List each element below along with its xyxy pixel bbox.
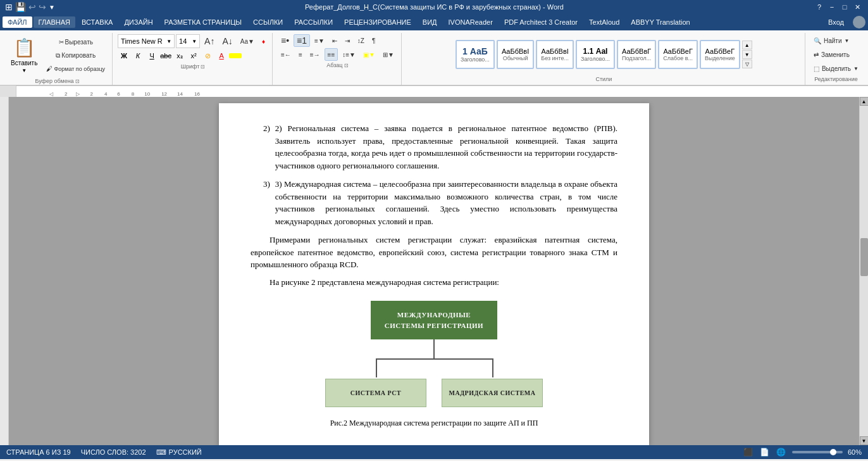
show-marks-button[interactable]: ¶	[369, 34, 378, 47]
scrollbar-up-button[interactable]: ▲	[860, 97, 869, 106]
font-name-value: Times New R	[121, 37, 163, 45]
menu-item-login[interactable]: Вход	[823, 16, 849, 28]
font-color-button[interactable]: А	[215, 49, 228, 62]
scrollbar-track[interactable]	[860, 106, 868, 436]
style-emphasis[interactable]: АаБбВеГ Выделение	[700, 40, 740, 69]
strikethrough-button[interactable]: abc	[159, 49, 172, 62]
menu-item-textaloud[interactable]: TextAloud	[584, 16, 624, 28]
language-indicator[interactable]: ⌨ РУССКИЙ	[156, 448, 202, 457]
text-highlight-button[interactable]: ⊘	[201, 49, 214, 62]
increase-font-button[interactable]: A↑	[201, 35, 218, 47]
line-spacing-button[interactable]: ↕≡▼	[339, 48, 359, 61]
word-count[interactable]: ЧИСЛО СЛОВ: 3202	[81, 448, 146, 456]
style-heading11[interactable]: 1.1 АаI Заголово...	[576, 40, 615, 69]
web-view-button[interactable]: 🌐	[776, 447, 787, 457]
paragraph-expand-icon[interactable]: ⊡	[344, 63, 349, 68]
text-color-button[interactable]	[229, 53, 242, 58]
decrease-indent-button[interactable]: ⇤	[329, 34, 340, 47]
styles-more[interactable]: ▽	[742, 60, 752, 68]
minimize-button[interactable]: −	[826, 2, 838, 12]
diagram-connector-v-main	[433, 339, 435, 358]
numbered-list-button[interactable]: ≡1	[294, 34, 310, 47]
ruler-corner	[0, 85, 16, 97]
font-size-box[interactable]: 14 ▼	[176, 34, 200, 48]
align-justify-button[interactable]: ≡≡	[325, 48, 338, 61]
ribbon: 📋 Вставить ▼ ✂ Вырезать ⧉ Копировать 🖌	[0, 30, 868, 85]
left-ruler	[0, 97, 9, 445]
menu-item-abbyy[interactable]: ABBYY Translation	[626, 16, 695, 28]
status-right: ⬛ 📄 🌐 60%	[743, 447, 862, 457]
menu-item-references[interactable]: ССЫЛКИ	[248, 16, 288, 28]
underline-button[interactable]: Ч	[146, 49, 158, 62]
bold-button[interactable]: Ж	[118, 49, 130, 62]
scrollbar-down-button[interactable]: ▼	[860, 436, 869, 445]
style-no-spacing[interactable]: АаБбВвI Без инте...	[536, 40, 574, 69]
horizontal-ruler: ◁ 2 ▷ 2 4 6 8 10 12 14 16	[16, 85, 868, 97]
cut-button[interactable]: ✂ Вырезать	[43, 36, 108, 49]
font-name-box[interactable]: Times New R ▼	[118, 34, 175, 48]
clear-format-button[interactable]: ♦	[259, 35, 268, 47]
style-heading1[interactable]: 1 АаБ Заголово...	[456, 40, 495, 69]
font-expand-icon[interactable]: ⊡	[201, 64, 205, 70]
menu-item-review[interactable]: РЕЦЕНЗИРОВАНИЕ	[339, 16, 416, 28]
change-case-button[interactable]: Aa▼	[237, 35, 257, 47]
menu-item-design[interactable]: ДИЗАЙН	[119, 16, 158, 28]
style-weak[interactable]: АаБбВеГ Слабое в...	[658, 40, 698, 69]
document-page[interactable]: 2) 2) Региональная система – заявка пода…	[219, 103, 649, 445]
superscript-button[interactable]: х²	[187, 49, 200, 62]
replace-icon: ⇄	[814, 51, 819, 58]
diagram-branches: СИСТЕМА РСТ МАДРИДСКАЯ СИСТЕМА	[325, 379, 543, 407]
menu-item-home[interactable]: ГЛАВНАЯ	[34, 16, 75, 28]
clipboard-expand-icon[interactable]: ⊡	[75, 79, 80, 84]
decrease-font-button[interactable]: A↓	[219, 35, 235, 47]
scroll-area[interactable]: 2) 2) Региональная система – заявка пода…	[9, 97, 859, 445]
paste-button[interactable]: 📋 Вставить ▼	[6, 34, 42, 77]
read-view-button[interactable]: 📄	[759, 447, 771, 457]
diagram-main-box: МЕЖДУНАРОДНЫЕ СИСТЕМЫ РЕГИСТРАЦИИ	[371, 301, 497, 339]
font-name-dropdown-icon: ▼	[166, 39, 171, 44]
increase-indent-button[interactable]: ⇥	[342, 34, 353, 47]
multilevel-list-button[interactable]: ≡▼	[311, 34, 328, 47]
maximize-button[interactable]: □	[839, 2, 850, 12]
style-subheading[interactable]: АаБбВвГ Подзагол...	[617, 40, 656, 69]
select-button[interactable]: ⬚ Выделить ▼	[810, 62, 862, 75]
menu-item-insert[interactable]: ВСТАВКА	[77, 16, 118, 28]
menu-item-view[interactable]: ВИД	[418, 16, 442, 28]
format-painter-button[interactable]: 🖌 Формат по образцу	[43, 63, 108, 75]
zoom-slider[interactable]	[792, 451, 843, 453]
find-button[interactable]: 🔍 Найти ▼	[810, 34, 862, 47]
right-scrollbar[interactable]: ▲ ▼	[859, 97, 868, 445]
scrollbar-thumb[interactable]	[860, 238, 868, 276]
menu-item-pdf[interactable]: PDF Architect 3 Creator	[499, 16, 583, 28]
print-layout-view-button[interactable]: ⬛	[743, 447, 754, 457]
font-label: Шрифт ⊡	[181, 62, 206, 71]
align-right-button[interactable]: ≡→	[307, 48, 323, 61]
title-bar-controls[interactable]: ? − □ ✕	[814, 2, 863, 12]
shading-button[interactable]: ▣▼	[360, 48, 378, 61]
subscript-button[interactable]: х₂	[173, 49, 186, 62]
replace-button[interactable]: ⇄ Заменить	[810, 48, 862, 61]
sort-button[interactable]: ↕Z	[354, 34, 368, 47]
bullet-list-button[interactable]: ≡•	[278, 34, 292, 47]
style-normal[interactable]: АаБбВвI Обычный	[497, 40, 534, 69]
styles-scroll-down[interactable]: ▼	[742, 50, 752, 59]
menu-item-mailings[interactable]: РАССЫЛКИ	[289, 16, 338, 28]
list-number-2: 2)	[251, 122, 270, 172]
borders-button[interactable]: ⊞▼	[380, 48, 397, 61]
close-button[interactable]: ✕	[852, 2, 863, 12]
menu-item-ivona[interactable]: IVONAReader	[443, 16, 498, 28]
clipboard-label: Буфер обмена ⊡	[35, 77, 79, 85]
align-left-button[interactable]: ≡←	[278, 48, 294, 61]
menu-item-layout[interactable]: РАЗМЕТКА СТРАНИЦЫ	[159, 16, 247, 28]
menu-item-file[interactable]: ФАЙЛ	[3, 16, 32, 28]
paragraph-item-2: 2) 2) Региональная система – заявка пода…	[251, 122, 617, 172]
styles-scroll-up[interactable]: ▲	[742, 41, 752, 49]
paragraph-item-3: 3) 3) Международная система – целесообра…	[251, 178, 617, 227]
page-indicator[interactable]: СТРАНИЦА 6 ИЗ 19	[6, 448, 71, 456]
italic-button[interactable]: К	[132, 49, 144, 62]
align-center-button[interactable]: ≡	[295, 48, 306, 61]
style-normal-preview: АаБбВвI	[502, 47, 529, 55]
help-button[interactable]: ?	[814, 2, 825, 12]
language-text: РУССКИЙ	[169, 448, 202, 456]
copy-button[interactable]: ⧉ Копировать	[43, 49, 108, 62]
